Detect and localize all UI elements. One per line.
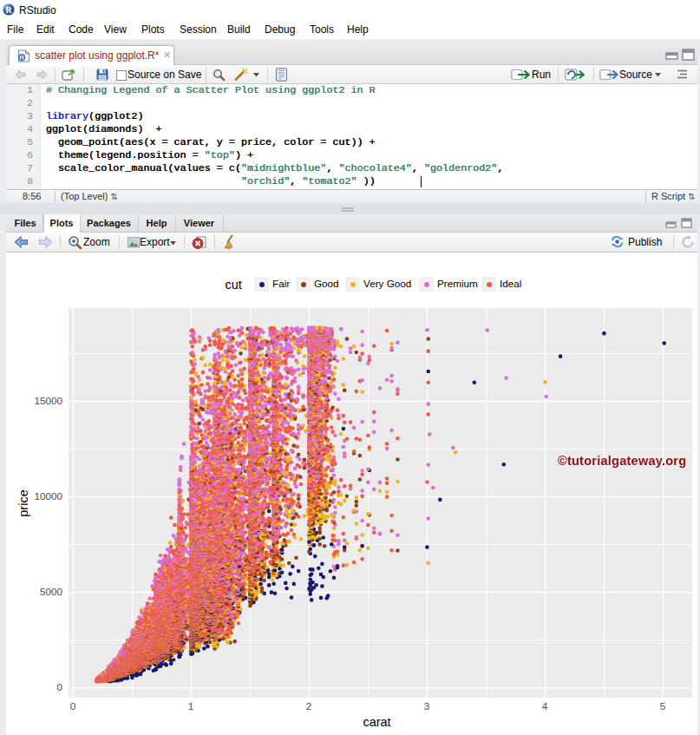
- svg-text:R: R: [19, 54, 24, 62]
- svg-text:R: R: [5, 5, 12, 15]
